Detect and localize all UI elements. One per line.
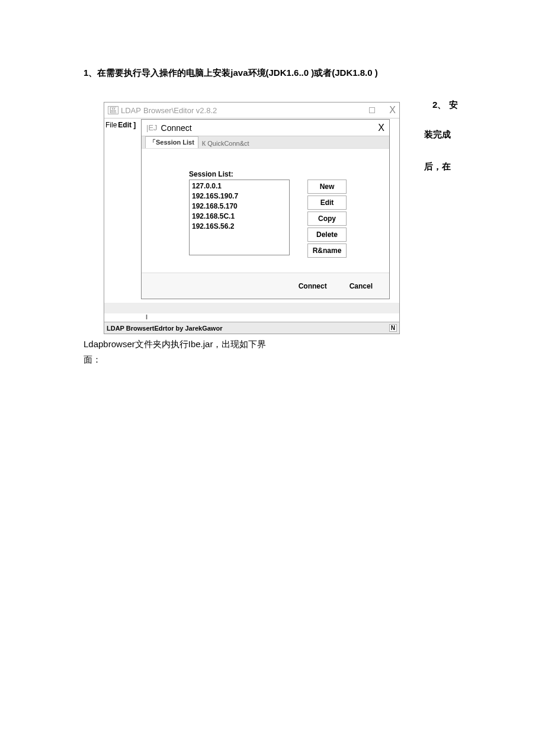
statusbar: LDAP BrowsertEdrtor by JarekGawor N [104, 322, 399, 334]
menu-file[interactable]: File [105, 121, 117, 129]
list-item[interactable]: 192.16S.56.2 [192, 222, 287, 232]
copy-button[interactable]: Copy [307, 212, 347, 226]
doc-below-1: Ldapbrowser文件夹内执行Ibe.jar，出现如下界 [84, 339, 266, 350]
ldap-browser-window: 區 LDAP Browser\Editor v2.8.2 X File Edit… [104, 102, 400, 334]
cancel-button[interactable]: Cancel [350, 282, 373, 290]
title-prefix: LDAP [121, 106, 141, 115]
doc-step-1: 1、在需要执行导入操作的电脑上安装java环境(JDK1.6..0 )或者(JD… [84, 68, 378, 79]
delete-button[interactable]: Delete [307, 228, 347, 242]
close-icon[interactable]: X [389, 105, 396, 116]
status-text: LDAP BrowsertEdrtor by JarekGawor [107, 325, 222, 332]
ruler-row: I [104, 313, 399, 322]
connect-dialog: |EJ Connect X 「Session List К QuickConn&… [141, 119, 390, 299]
dialog-close-icon[interactable]: X [378, 123, 384, 133]
doc-step-2b: 装完成 [424, 129, 451, 140]
dialog-body: Session List: 127.0.0.1 192.16S.190.7 19… [142, 148, 389, 273]
edit-button[interactable]: Edit [307, 196, 347, 210]
list-item[interactable]: 127.0.0.1 [192, 181, 287, 191]
session-list-label: Session List: [189, 170, 379, 178]
menu-edit[interactable]: Edit ] [118, 121, 136, 129]
doc-step-2a: 2、 安 [432, 100, 458, 111]
window-title: Browser\Editor v2.8.2 [143, 106, 217, 115]
tab-quick-connect[interactable]: К QuickConn&ct [198, 139, 253, 148]
status-right: N [389, 324, 397, 332]
list-item[interactable]: 192.16S.190.7 [192, 191, 287, 201]
dialog-tabs: 「Session List К QuickConn&ct [142, 136, 389, 148]
list-item[interactable]: 192.168.5C.1 [192, 212, 287, 222]
list-item[interactable]: 192.168.5.170 [192, 201, 287, 212]
rename-button[interactable]: R&name [307, 244, 347, 258]
dialog-title: Connect [161, 123, 192, 133]
ruler-tick: I [146, 313, 148, 321]
session-list[interactable]: 127.0.0.1 192.16S.190.7 192.168.5.170 19… [189, 180, 290, 255]
maximize-icon[interactable] [369, 107, 375, 113]
tab-session-list[interactable]: 「Session List [145, 136, 198, 148]
window-body-blank [104, 303, 399, 313]
dialog-icon: |EJ [146, 123, 158, 132]
connect-button[interactable]: Connect [299, 282, 327, 290]
dialog-titlebar: |EJ Connect X [142, 120, 389, 136]
dialog-footer: Connect Cancel [142, 273, 389, 299]
app-icon: 區 [108, 106, 118, 114]
session-actions: New Edit Copy Delete R&name [307, 180, 347, 260]
window-titlebar: 區 LDAP Browser\Editor v2.8.2 X [104, 102, 399, 118]
doc-below-2: 面： [84, 354, 101, 366]
doc-step-2c: 后，在 [424, 161, 451, 172]
new-button[interactable]: New [307, 180, 347, 194]
